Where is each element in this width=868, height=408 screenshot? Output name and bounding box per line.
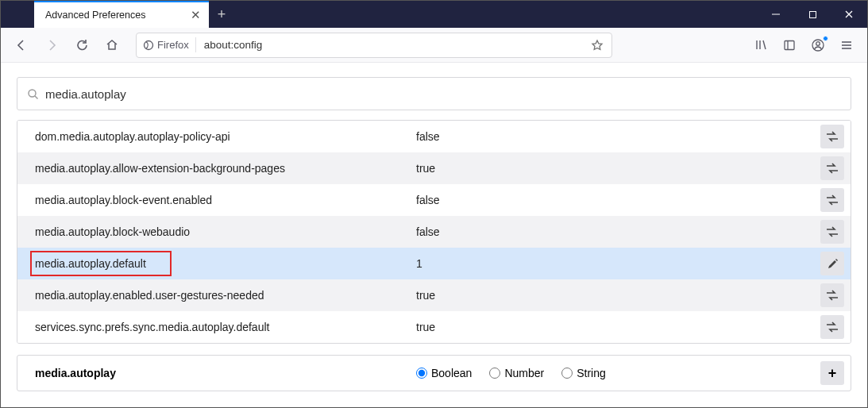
navigation-toolbar: Firefox about:config: [1, 28, 867, 63]
window-controls: [758, 1, 867, 28]
minimize-button[interactable]: [758, 1, 794, 28]
new-pref-type-group: Boolean Number String: [416, 367, 820, 379]
pref-value: false: [416, 194, 820, 206]
pref-name: services.sync.prefs.sync.media.autoplay.…: [35, 321, 416, 333]
home-button[interactable]: [99, 33, 125, 58]
pref-row[interactable]: media.autoplay.enabled.user-gestures-nee…: [17, 279, 851, 311]
pref-value: 1: [416, 257, 820, 270]
svg-point-15: [29, 90, 36, 97]
library-button[interactable]: [748, 33, 773, 58]
pref-value: true: [416, 289, 820, 302]
new-pref-name: media.autoplay: [35, 367, 416, 379]
toggle-pref-button[interactable]: [820, 188, 844, 212]
preferences-table: dom.media.autoplay.autoplay-policy-apifa…: [17, 120, 851, 344]
search-icon: [27, 88, 39, 100]
pref-row[interactable]: media.autoplay.default1: [17, 248, 851, 279]
pref-value: true: [416, 162, 820, 175]
type-string-radio[interactable]: String: [561, 367, 606, 379]
toggle-icon: [825, 194, 839, 206]
toggle-pref-button[interactable]: [820, 283, 844, 307]
url-text[interactable]: about:config: [201, 39, 583, 51]
browser-tab[interactable]: Advanced Preferences ✕: [34, 1, 209, 28]
sidebar-button[interactable]: [777, 33, 802, 58]
svg-rect-8: [785, 40, 794, 49]
maximize-button[interactable]: [794, 1, 831, 28]
svg-point-11: [816, 41, 820, 45]
titlebar: Advanced Preferences ✕ +: [1, 1, 867, 28]
toggle-pref-button[interactable]: [820, 156, 844, 180]
toggle-pref-button[interactable]: [820, 220, 844, 244]
pref-name: media.autoplay.allow-extension-backgroun…: [35, 162, 416, 175]
pref-value: false: [416, 225, 820, 238]
close-window-button[interactable]: [831, 1, 867, 28]
forward-button[interactable]: [39, 33, 64, 58]
edit-pref-button[interactable]: [820, 252, 844, 275]
tab-title: Advanced Preferences: [45, 10, 184, 21]
pref-name: dom.media.autoplay.autoplay-policy-api: [35, 130, 416, 143]
back-button[interactable]: [9, 33, 34, 58]
close-tab-icon[interactable]: ✕: [191, 8, 201, 22]
toggle-icon: [825, 163, 839, 174]
app-menu-button[interactable]: [834, 33, 859, 58]
edit-icon: [827, 258, 839, 270]
pref-name: media.autoplay.default: [35, 257, 416, 270]
notification-dot-icon: [823, 36, 828, 41]
pref-value: false: [416, 130, 820, 143]
pref-row[interactable]: dom.media.autoplay.autoplay-policy-apifa…: [17, 121, 851, 152]
toggle-icon: [825, 290, 839, 301]
type-number-radio[interactable]: Number: [489, 367, 544, 379]
bookmark-star-icon[interactable]: [588, 36, 607, 55]
svg-rect-1: [809, 11, 816, 17]
identity-label: Firefox: [157, 39, 189, 51]
toggle-icon: [825, 226, 839, 237]
pref-name: media.autoplay.block-webaudio: [35, 225, 416, 238]
pref-search-input[interactable]: [45, 87, 841, 101]
add-pref-button[interactable]: +: [820, 361, 844, 385]
pref-name: media.autoplay.enabled.user-gestures-nee…: [35, 289, 416, 302]
pref-value: true: [416, 321, 820, 333]
profile-button[interactable]: [805, 33, 831, 58]
new-preference-row: media.autoplay Boolean Number String +: [17, 355, 851, 391]
toggle-pref-button[interactable]: [820, 315, 844, 339]
content-area: dom.media.autoplay.autoplay-policy-apifa…: [1, 63, 867, 407]
pref-name: media.autoplay.block-event.enabled: [35, 194, 416, 206]
url-bar[interactable]: Firefox about:config: [136, 33, 612, 58]
pref-row[interactable]: media.autoplay.block-event.enabledfalse: [17, 184, 851, 216]
pref-search-row: [17, 77, 851, 110]
type-boolean-radio[interactable]: Boolean: [416, 367, 472, 379]
pref-row[interactable]: services.sync.prefs.sync.media.autoplay.…: [17, 311, 851, 343]
toggle-icon: [825, 131, 839, 142]
pref-row[interactable]: media.autoplay.allow-extension-backgroun…: [17, 152, 851, 184]
toggle-pref-button[interactable]: [820, 125, 844, 148]
svg-point-4: [145, 40, 153, 49]
svg-line-16: [35, 96, 38, 99]
identity-box[interactable]: Firefox: [141, 37, 196, 52]
pref-row[interactable]: media.autoplay.block-webaudiofalse: [17, 216, 851, 248]
firefox-icon: [143, 40, 154, 51]
svg-line-7: [763, 40, 766, 49]
reload-button[interactable]: [69, 33, 95, 58]
toggle-icon: [825, 321, 839, 333]
new-tab-button[interactable]: +: [209, 1, 234, 28]
